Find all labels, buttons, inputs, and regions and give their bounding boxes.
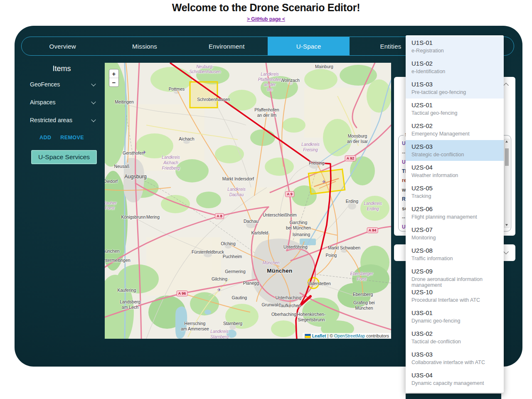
scrollbar-thumb[interactable] [505,148,509,166]
service-code: U2S-01 [411,101,500,108]
chevron-down-icon [91,99,96,104]
accordion-label: Restricted areas [30,117,72,123]
service-code: U2S-05 [411,185,500,192]
tab[interactable]: Missions [103,37,185,55]
page-title: Welcome to the Drone Scenario Editor! [0,2,532,14]
service-code: U2S-08 [411,247,500,254]
service-option[interactable]: U1S-01 e-Registration [406,36,504,57]
service-code: U1S-02 [411,60,500,67]
ukraine-flag-icon [305,334,311,338]
service-option[interactable]: U3S-01 Dynamic geo-fencing [406,306,504,327]
description-scrollbar[interactable] [504,139,510,228]
service-option[interactable]: U3S-04 Dynamic capacity management [406,369,504,389]
occluded-text-fragment: -- [402,215,405,221]
items-heading: Items [25,64,99,73]
service-option[interactable]: U2S-10 Procedural Interface with ATC [406,286,504,306]
accordion-label: Airspaces [30,99,55,106]
service-code: U2S-07 [411,226,500,233]
service-name: Weather information [411,172,500,178]
map-zoom-control: + − [109,69,119,87]
service-name: Dynamic geo-fencing [411,318,500,324]
chevron-down-icon [91,81,96,86]
accordion-label: GeoFences [30,81,60,88]
service-code: U3S-01 [411,309,500,316]
service-option[interactable]: U1S-03 Pre-tactical geo-fencing [406,78,504,99]
service-code: U2S-06 [411,205,500,212]
scroll-up-icon[interactable] [505,140,508,143]
service-code: U3S-03 [411,351,500,358]
occluded-text-fragment: w [402,187,406,193]
service-name: Emergency Management [411,131,500,137]
add-button[interactable]: ADD [39,135,51,140]
osm-link[interactable]: OpenStreetMap [334,333,365,338]
expand-chevron-down-icon[interactable] [503,249,509,254]
service-code: U1S-01 [411,39,500,46]
service-name: Pre-tactical geo-fencing [411,89,500,95]
service-option[interactable]: U2S-06 Flight planning management [406,202,504,223]
zoom-out-button[interactable]: − [109,78,118,86]
map-canvas [105,63,391,339]
attr-suffix: contributors [366,333,389,338]
service-name: Tracking [411,193,500,199]
github-link[interactable]: > GitHub page < [0,16,532,22]
zoom-in-button[interactable]: + [109,69,118,78]
service-name: Dynamic capacity management [411,380,500,386]
service-code: U2S-09 [411,268,500,275]
service-option[interactable]: U2S-01 Tactical geo-fencing [406,99,504,119]
occluded-text-fragment: -- [402,150,405,156]
service-name: Tactical de-confliction [411,339,500,345]
service-name: e-Identification [411,69,500,74]
tab[interactable]: Environment [186,37,268,55]
sidebar-accordion[interactable]: Restricted areas [25,115,99,126]
service-option[interactable]: U2S-07 Monitoring [406,223,504,244]
leaflet-link[interactable]: Leaflet [312,333,326,338]
service-option[interactable]: U2S-03 Strategic de-confliction [406,140,504,161]
service-option[interactable]: U2S-02 Emergency Management [406,119,504,140]
attr-copy: © [330,333,333,338]
service-option[interactable]: U2S-09 Drone aeronautical information ma… [406,265,504,286]
service-code: U2S-04 [411,164,500,171]
service-option[interactable]: U2S-08 Traffic information [406,244,504,265]
service-option[interactable]: U3S-03 Collaborative interface with ATC [406,348,504,369]
uspace-services-dropdown: U1S-01 e-Registration U1S-02 e-Identific… [406,35,504,393]
service-name: Collaborative interface with ATC [411,360,500,365]
sidebar-accordion[interactable]: Airspaces [25,97,99,108]
service-name: Procedural Interface with ATC [411,297,500,303]
tab[interactable]: Overview [22,37,103,55]
uspace-services-button[interactable]: U-Space Services [31,150,97,164]
scroll-down-icon[interactable] [505,224,508,226]
attr-sep: | [328,333,329,338]
dropdown-footer-strip [406,394,501,399]
sidebar-accordion[interactable]: GeoFences [25,79,99,90]
map-attribution: Leaflet | © OpenStreetMap contributors [303,333,391,339]
service-option[interactable]: U3S-02 Tactical de-confliction [406,327,504,348]
service-code: U1S-03 [411,81,500,88]
service-name: e-Registration [411,48,500,54]
remove-button[interactable]: REMOVE [60,135,84,140]
collapse-chevron-up-icon[interactable] [503,83,509,88]
service-name: Tactical geo-fencing [411,110,500,116]
service-name: Monitoring [411,235,500,241]
map[interactable]: MeitingenPottmesSchrobenhausenWolnzachMa… [105,63,391,339]
service-code: U2S-03 [411,143,500,150]
service-name: Strategic de-confliction [411,152,500,158]
service-code: U3S-04 [411,372,500,379]
chevron-down-icon [91,117,96,122]
tab[interactable]: U-Space [268,37,350,55]
service-option[interactable]: U2S-04 Weather information [406,161,504,182]
service-code: U3S-02 [411,330,500,337]
service-code: U2S-10 [411,288,500,296]
service-code: U2S-02 [411,122,500,129]
service-name: Flight planning management [411,214,500,220]
service-name: Traffic information [411,256,500,261]
service-option[interactable]: U1S-02 e-Identification [406,57,504,78]
service-option[interactable]: U2S-05 Tracking [406,182,504,202]
sidebar-actions: ADD REMOVE [25,135,99,140]
